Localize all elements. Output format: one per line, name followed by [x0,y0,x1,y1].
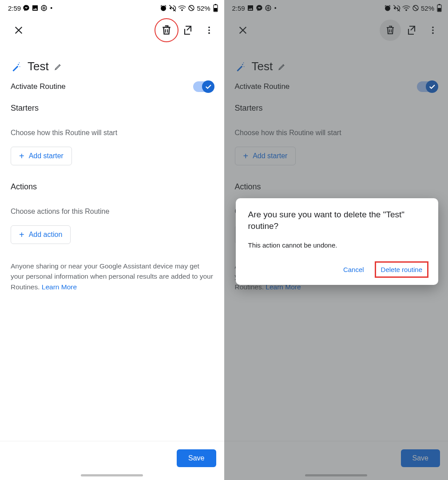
add-action-label: Add action [29,231,63,239]
svg-rect-4 [214,8,217,11]
starters-heading: Starters [11,104,214,113]
status-time: 2:59 [8,4,21,12]
battery-icon [213,4,218,12]
more-vert-icon [204,25,214,35]
battery-percent: 52% [197,4,210,12]
actions-subtext: Choose actions for this Routine [11,208,214,216]
add-starter-label: Add starter [29,152,63,160]
activate-label: Activate Routine [11,82,66,91]
routine-editor: Test Activate Routine Starters Choose ho… [0,46,224,441]
shortcut-icon [182,25,193,36]
save-button[interactable]: Save [177,449,216,467]
more-notifications-dot: • [50,4,52,12]
messenger-icon [23,4,30,12]
status-bar: 2:59 • 52% [0,0,224,14]
plus-icon: + [19,230,24,239]
edit-name-button[interactable] [54,63,62,71]
no-data-icon [188,4,195,12]
nav-handle[interactable] [81,474,143,476]
close-button[interactable] [8,20,29,41]
dialog-body: This action cannot be undone. [248,241,428,249]
activate-row: Activate Routine [11,81,214,92]
svg-point-6 [208,29,210,31]
more-button[interactable] [198,20,220,41]
routine-title-row: Test [11,60,214,73]
wand-icon [11,61,22,72]
trash-icon [161,24,172,36]
actions-heading: Actions [11,182,214,192]
app-bar [0,14,224,46]
gallery-icon [32,4,39,12]
activate-toggle[interactable] [193,81,214,92]
screenshot-right: 2:59 • 52% [224,0,448,480]
privacy-disclosure: Anyone sharing or near your Google Assis… [11,261,214,292]
check-icon [204,83,212,91]
vibrate-icon [169,4,176,12]
dialog-delete-button[interactable]: Delete routine [376,262,428,277]
add-starter-button[interactable]: + Add starter [11,147,72,165]
svg-point-5 [208,27,210,28]
delete-button[interactable] [156,20,177,41]
svg-rect-3 [214,4,216,5]
close-icon [14,25,24,35]
routine-name: Test [28,60,49,73]
add-action-button[interactable]: + Add action [11,225,71,244]
dialog-title: Are you sure you want to delete the "Tes… [248,209,428,232]
bottom-bar: Save [0,441,224,472]
plus-icon: + [19,152,24,160]
shortcut-button[interactable] [177,20,198,41]
dialog-cancel-button[interactable]: Cancel [338,262,369,277]
learn-more-link[interactable]: Learn More [42,283,77,291]
disclosure-text: Anyone sharing or near your Google Assis… [11,262,213,291]
screenshot-left: 2:59 • 52% [0,0,224,480]
sports-icon [40,4,48,12]
svg-point-7 [208,32,210,34]
check-icon [428,83,436,91]
wifi-icon [178,5,186,11]
alarm-icon [160,4,167,12]
starters-subtext: Choose how this Routine will start [11,129,214,137]
delete-confirm-dialog: Are you sure you want to delete the "Tes… [236,198,439,285]
